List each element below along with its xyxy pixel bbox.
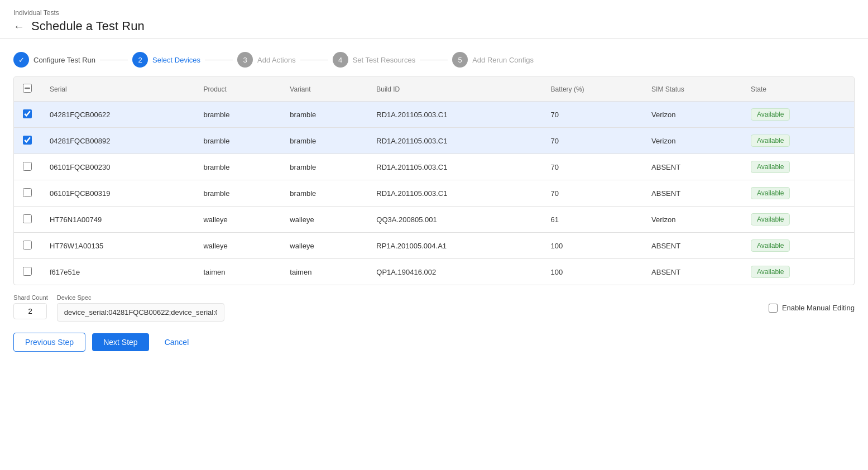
cell-product-6: taimen — [194, 259, 281, 285]
cell-serial-2: 06101FQCB00230 — [41, 154, 194, 180]
device-table-container: SerialProductVariantBuild IDBattery (%)S… — [13, 76, 855, 285]
back-button[interactable]: ← — [13, 20, 25, 33]
row-checkbox-1[interactable] — [23, 136, 32, 145]
cell-variant-2: bramble — [281, 154, 367, 180]
cell-sim_status-1: Verizon — [642, 128, 742, 154]
cell-product-0: bramble — [194, 102, 281, 128]
enable-manual-row: Enable Manual Editing — [769, 304, 855, 313]
cell-product-2: bramble — [194, 154, 281, 180]
row-checkbox-3[interactable] — [23, 188, 32, 197]
step-4-circle: 4 — [333, 52, 348, 68]
cell-sim_status-0: Verizon — [642, 102, 742, 128]
cell-build_id-3: RD1A.201105.003.C1 — [367, 180, 541, 207]
step-3-label: Add Actions — [257, 56, 296, 64]
status-badge-5: Available — [751, 239, 790, 252]
step-connector-2 — [205, 60, 233, 60]
enable-manual-checkbox[interactable] — [769, 304, 778, 313]
select-all-checkbox[interactable] — [23, 84, 32, 93]
status-badge-6: Available — [751, 266, 790, 278]
button-row: Previous Step Next Step Cancel — [13, 328, 855, 356]
step-2: 2Select Devices — [132, 52, 200, 68]
cell-build_id-6: QP1A.190416.002 — [367, 259, 541, 285]
cell-variant-0: bramble — [281, 102, 367, 128]
step-4-label: Set Test Resources — [353, 56, 415, 64]
shard-count-field: Shard Count — [13, 294, 48, 319]
cell-state-1: Available — [742, 128, 854, 154]
previous-step-button[interactable]: Previous Step — [13, 333, 85, 352]
cell-build_id-2: RD1A.201105.003.C1 — [367, 154, 541, 180]
cell-state-6: Available — [742, 259, 854, 285]
cell-serial-4: HT76N1A00749 — [41, 207, 194, 233]
cell-sim_status-3: ABSENT — [642, 180, 742, 207]
step-connector-3 — [300, 60, 328, 60]
next-step-button[interactable]: Next Step — [92, 333, 148, 351]
step-5-label: Add Rerun Configs — [472, 56, 534, 64]
status-badge-4: Available — [751, 213, 790, 226]
col-header-5: Battery (%) — [542, 77, 643, 102]
cell-build_id-0: RD1A.201105.003.C1 — [367, 102, 541, 128]
cell-product-3: bramble — [194, 180, 281, 207]
cell-variant-5: walleye — [281, 233, 367, 259]
row-checkbox-4[interactable] — [23, 214, 32, 223]
cell-variant-1: bramble — [281, 128, 367, 154]
cell-serial-5: HT76W1A00135 — [41, 233, 194, 259]
cell-sim_status-2: ABSENT — [642, 154, 742, 180]
device-table: SerialProductVariantBuild IDBattery (%)S… — [14, 77, 854, 285]
cell-sim_status-5: ABSENT — [642, 233, 742, 259]
step-1-label: Configure Test Run — [33, 56, 95, 64]
table-row[interactable]: 04281FQCB00892bramblebrambleRD1A.201105.… — [14, 128, 854, 154]
col-header-7: State — [742, 77, 854, 102]
step-1: ✓Configure Test Run — [13, 52, 95, 68]
col-header-2: Product — [194, 77, 281, 102]
col-header-4: Build ID — [367, 77, 541, 102]
cell-product-5: walleye — [194, 233, 281, 259]
cell-battery-3: 70 — [542, 180, 643, 207]
cell-sim_status-4: Verizon — [642, 207, 742, 233]
table-row[interactable]: 06101FQCB00230bramblebrambleRD1A.201105.… — [14, 154, 854, 180]
col-header-3: Variant — [281, 77, 367, 102]
col-header-0 — [14, 77, 41, 102]
row-checkbox-6[interactable] — [23, 267, 32, 276]
shard-count-label: Shard Count — [13, 294, 48, 301]
footer-area: Shard Count Device Spec Enable Manual Ed… — [0, 285, 868, 365]
cell-state-0: Available — [742, 102, 854, 128]
cell-battery-0: 70 — [542, 102, 643, 128]
shard-count-input[interactable] — [13, 303, 47, 319]
page-title: Schedule a Test Run — [31, 19, 145, 33]
cell-state-2: Available — [742, 154, 854, 180]
cell-battery-6: 100 — [542, 259, 643, 285]
table-row[interactable]: f617e51etaimentaimenQP1A.190416.002100AB… — [14, 259, 854, 285]
cell-variant-3: bramble — [281, 180, 367, 207]
cell-serial-3: 06101FQCB00319 — [41, 180, 194, 207]
table-row[interactable]: HT76N1A00749walleyewalleyeQQ3A.200805.00… — [14, 207, 854, 233]
step-2-label: Select Devices — [152, 56, 200, 64]
row-checkbox-5[interactable] — [23, 241, 32, 250]
enable-manual-label: Enable Manual Editing — [782, 304, 855, 312]
step-connector-4 — [420, 60, 448, 60]
device-spec-label: Device Spec — [57, 294, 224, 301]
cell-state-5: Available — [742, 233, 854, 259]
cell-state-4: Available — [742, 207, 854, 233]
cell-battery-2: 70 — [542, 154, 643, 180]
cell-product-1: bramble — [194, 128, 281, 154]
stepper: ✓Configure Test Run2Select Devices3Add A… — [0, 39, 868, 76]
cell-state-3: Available — [742, 180, 854, 207]
step-3: 3Add Actions — [237, 52, 296, 68]
status-badge-3: Available — [751, 187, 790, 199]
cancel-button[interactable]: Cancel — [156, 333, 198, 351]
row-checkbox-2[interactable] — [23, 162, 32, 171]
device-spec-field: Device Spec — [57, 294, 224, 322]
row-checkbox-0[interactable] — [23, 109, 32, 118]
device-spec-input[interactable] — [57, 303, 224, 322]
cell-build_id-1: RD1A.201105.003.C1 — [367, 128, 541, 154]
table-row[interactable]: HT76W1A00135walleyewalleyeRP1A.201005.00… — [14, 233, 854, 259]
table-row[interactable]: 06101FQCB00319bramblebrambleRD1A.201105.… — [14, 180, 854, 207]
cell-serial-0: 04281FQCB00622 — [41, 102, 194, 128]
step-4: 4Set Test Resources — [333, 52, 415, 68]
status-badge-0: Available — [751, 108, 790, 121]
col-header-6: SIM Status — [642, 77, 742, 102]
col-header-1: Serial — [41, 77, 194, 102]
cell-product-4: walleye — [194, 207, 281, 233]
table-row[interactable]: 04281FQCB00622bramblebrambleRD1A.201105.… — [14, 102, 854, 128]
cell-serial-6: f617e51e — [41, 259, 194, 285]
